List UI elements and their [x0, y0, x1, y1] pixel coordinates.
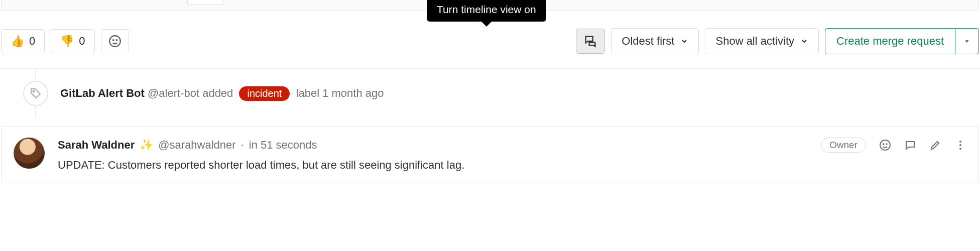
svg-point-4: [880, 140, 890, 150]
svg-point-8: [959, 144, 961, 146]
system-note-author[interactable]: GitLab Alert Bot: [60, 87, 145, 99]
thumbs-up-button[interactable]: 👍 0: [1, 29, 45, 53]
system-note-text: GitLab Alert Bot @alert-bot added incide…: [60, 86, 384, 101]
chevron-down-icon: [800, 37, 808, 45]
label-icon: [23, 81, 48, 106]
thumbs-down-count: 0: [79, 35, 85, 48]
comment-header: Sarah Waldner ✨ @sarahwaldner · in 51 se…: [58, 138, 966, 153]
svg-point-5: [883, 144, 884, 145]
owner-badge: Owner: [821, 138, 866, 153]
timeline-toggle-button[interactable]: [576, 29, 605, 54]
system-note: GitLab Alert Bot @alert-bot added incide…: [23, 69, 980, 118]
thumbs-up-icon: 👍: [11, 35, 24, 48]
comment-author-handle[interactable]: @sarahwaldner: [158, 139, 235, 152]
activity-filter-label: Show all activity: [715, 35, 794, 48]
svg-point-3: [33, 91, 35, 92]
more-actions-button[interactable]: [954, 139, 966, 151]
svg-point-2: [116, 40, 117, 41]
comment-body-text: UPDATE: Customers reported shorter load …: [58, 159, 966, 172]
add-reaction-button[interactable]: [879, 139, 891, 151]
chevron-down-icon: [680, 37, 688, 45]
create-mr-group: Create merge request: [825, 28, 979, 54]
comment-author[interactable]: Sarah Waldner: [58, 139, 135, 152]
sort-label: Oldest first: [622, 35, 674, 48]
add-reaction-button[interactable]: [101, 29, 129, 53]
timeline-toggle-tooltip: Turn timeline view on: [427, 0, 546, 22]
svg-point-6: [886, 144, 887, 145]
thumbs-up-count: 0: [29, 35, 35, 48]
timeline: GitLab Alert Bot @alert-bot added incide…: [0, 69, 980, 118]
svg-point-9: [959, 148, 961, 150]
sparkle-icon: ✨: [140, 139, 153, 152]
thumbs-down-icon: 👎: [60, 35, 74, 48]
incident-label[interactable]: incident: [239, 86, 290, 101]
previous-card-element: [187, 0, 223, 5]
thumbs-down-button[interactable]: 👎 0: [51, 29, 94, 53]
system-note-time: 1 month ago: [322, 87, 384, 99]
svg-point-7: [959, 141, 961, 143]
create-merge-request-button[interactable]: Create merge request: [825, 28, 955, 54]
svg-point-0: [109, 36, 120, 47]
comment-actions: Owner: [821, 138, 966, 153]
activity-filter-dropdown[interactable]: Show all activity: [705, 28, 819, 54]
comment: Sarah Waldner ✨ @sarahwaldner · in 51 se…: [1, 126, 979, 183]
caret-down-icon: [963, 38, 970, 45]
edit-button[interactable]: [929, 139, 941, 151]
sort-dropdown[interactable]: Oldest first: [611, 28, 699, 54]
action-bar: Turn timeline view on 👍 0 👎 0 Oldest fir…: [0, 11, 980, 69]
avatar[interactable]: [14, 138, 45, 169]
create-merge-request-dropdown[interactable]: [955, 28, 979, 54]
svg-point-1: [112, 40, 113, 41]
system-note-handle[interactable]: @alert-bot: [148, 87, 199, 99]
smiley-icon: [108, 35, 121, 48]
comment-time: in 51 seconds: [249, 139, 317, 152]
discussion-icon: [583, 34, 597, 48]
reply-button[interactable]: [904, 139, 916, 151]
